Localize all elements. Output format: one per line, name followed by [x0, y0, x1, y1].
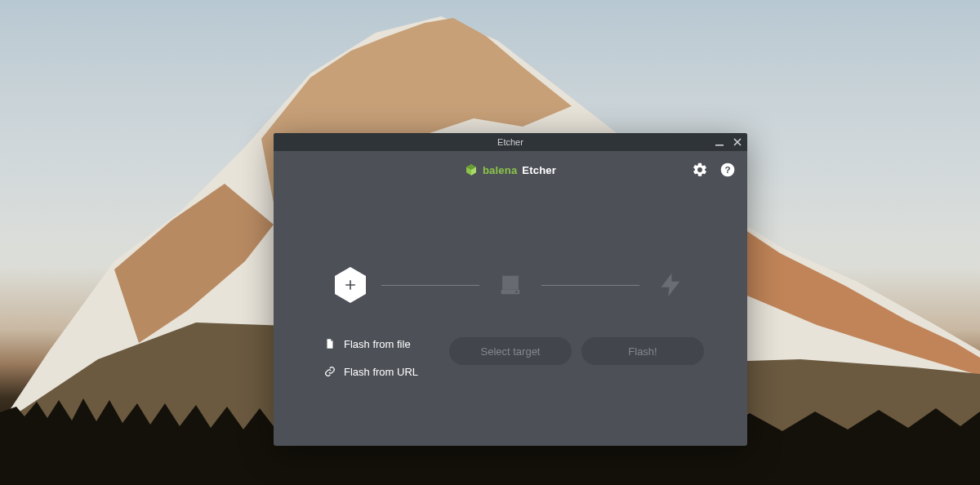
select-target-label: Select target [481, 345, 541, 358]
svg-rect-0 [715, 145, 724, 146]
header-actions: ? [692, 151, 736, 189]
app-header: balenaEtcher ? [274, 151, 747, 189]
step-target-icon [494, 269, 527, 301]
flash-from-file-button[interactable]: Flash from file [313, 337, 443, 350]
svg-text:?: ? [724, 164, 730, 175]
brand-text-1: balena [483, 164, 517, 176]
step-source-icon [334, 269, 367, 301]
link-icon [324, 365, 336, 378]
help-button[interactable]: ? [719, 162, 736, 178]
flash-button[interactable]: Flash! [581, 337, 704, 365]
action-row: Flash from file Flash from URL Select ta… [313, 337, 708, 378]
flash-column: Flash! [577, 337, 708, 365]
step-flash-icon [654, 269, 687, 301]
minimize-button[interactable] [715, 137, 724, 147]
settings-button[interactable] [692, 162, 708, 178]
flash-from-url-button[interactable]: Flash from URL [313, 365, 443, 378]
step-connector [381, 285, 479, 286]
source-column: Flash from file Flash from URL [313, 337, 443, 378]
app-body: Flash from file Flash from URL Select ta… [274, 189, 747, 446]
flash-from-url-label: Flash from URL [344, 366, 418, 378]
titlebar: Etcher [274, 133, 747, 151]
cube-icon [465, 163, 478, 176]
target-column: Select target [445, 337, 576, 365]
plus-icon [335, 267, 366, 303]
flash-label: Flash! [628, 345, 657, 358]
step-indicator [313, 269, 708, 301]
select-target-button[interactable]: Select target [449, 337, 572, 365]
svg-point-4 [515, 291, 518, 293]
brand-logo: balenaEtcher [465, 163, 556, 176]
close-button[interactable] [733, 137, 742, 147]
step-connector [541, 285, 639, 286]
brand-text-2: Etcher [522, 164, 556, 176]
window-title: Etcher [497, 137, 523, 147]
window-controls [715, 133, 742, 151]
etcher-window: Etcher balenaEtcher ? [274, 133, 747, 446]
file-icon [324, 337, 336, 350]
flash-from-file-label: Flash from file [344, 338, 411, 350]
